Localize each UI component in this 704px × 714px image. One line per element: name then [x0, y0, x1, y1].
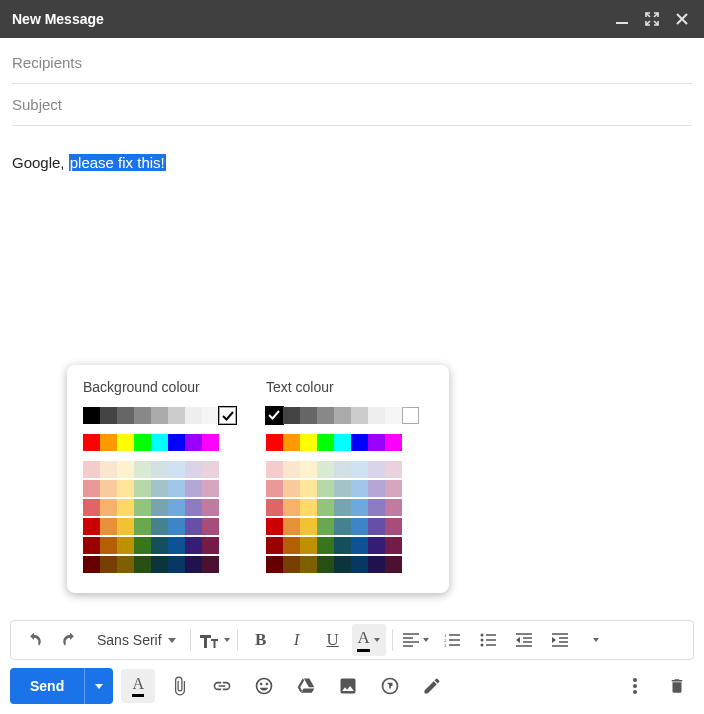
color-swatch[interactable]: [334, 518, 351, 535]
color-swatch[interactable]: [83, 537, 100, 554]
color-swatch[interactable]: [317, 407, 334, 424]
insert-link-button[interactable]: [205, 669, 239, 703]
color-swatch[interactable]: [266, 407, 283, 424]
color-swatch[interactable]: [368, 499, 385, 516]
color-swatch[interactable]: [266, 480, 283, 497]
align-button[interactable]: [399, 624, 433, 656]
color-swatch[interactable]: [283, 537, 300, 554]
color-swatch[interactable]: [134, 518, 151, 535]
color-swatch[interactable]: [334, 434, 351, 451]
color-swatch[interactable]: [151, 499, 168, 516]
insert-drive-button[interactable]: [289, 669, 323, 703]
color-swatch[interactable]: [185, 480, 202, 497]
color-swatch[interactable]: [168, 480, 185, 497]
color-swatch[interactable]: [385, 499, 402, 516]
formatting-options-button[interactable]: A: [121, 669, 155, 703]
color-swatch[interactable]: [117, 407, 134, 424]
color-swatch[interactable]: [185, 499, 202, 516]
color-swatch[interactable]: [168, 434, 185, 451]
color-swatch[interactable]: [185, 537, 202, 554]
color-swatch[interactable]: [283, 461, 300, 478]
color-swatch[interactable]: [334, 556, 351, 573]
color-swatch[interactable]: [317, 537, 334, 554]
color-swatch[interactable]: [202, 434, 219, 451]
text-color-button[interactable]: A: [352, 624, 386, 656]
color-swatch[interactable]: [351, 499, 368, 516]
color-swatch[interactable]: [266, 518, 283, 535]
color-swatch[interactable]: [368, 461, 385, 478]
color-swatch[interactable]: [317, 518, 334, 535]
color-swatch[interactable]: [83, 407, 100, 424]
color-swatch[interactable]: [100, 518, 117, 535]
color-swatch[interactable]: [334, 461, 351, 478]
color-swatch[interactable]: [317, 556, 334, 573]
color-swatch[interactable]: [134, 480, 151, 497]
color-swatch[interactable]: [151, 461, 168, 478]
color-swatch[interactable]: [185, 461, 202, 478]
compose-body[interactable]: Google, please fix this!: [0, 126, 704, 326]
color-swatch[interactable]: [368, 556, 385, 573]
color-swatch[interactable]: [185, 434, 202, 451]
send-button[interactable]: Send: [10, 668, 85, 704]
color-swatch[interactable]: [202, 518, 219, 535]
color-swatch[interactable]: [100, 499, 117, 516]
color-swatch[interactable]: [151, 480, 168, 497]
color-swatch[interactable]: [266, 434, 283, 451]
color-swatch[interactable]: [385, 518, 402, 535]
confidential-mode-button[interactable]: [373, 669, 407, 703]
color-swatch[interactable]: [117, 499, 134, 516]
color-swatch[interactable]: [283, 518, 300, 535]
color-swatch[interactable]: [300, 480, 317, 497]
color-swatch[interactable]: [351, 518, 368, 535]
color-swatch[interactable]: [266, 537, 283, 554]
color-swatch[interactable]: [83, 434, 100, 451]
color-swatch[interactable]: [202, 480, 219, 497]
color-swatch[interactable]: [385, 480, 402, 497]
color-swatch[interactable]: [117, 461, 134, 478]
color-swatch[interactable]: [351, 434, 368, 451]
color-swatch[interactable]: [100, 556, 117, 573]
indent-less-button[interactable]: [507, 624, 541, 656]
color-swatch[interactable]: [300, 537, 317, 554]
underline-button[interactable]: U: [316, 624, 350, 656]
color-swatch[interactable]: [385, 537, 402, 554]
color-swatch[interactable]: [368, 537, 385, 554]
minimize-button[interactable]: [612, 9, 632, 29]
color-swatch[interactable]: [368, 480, 385, 497]
color-swatch[interactable]: [402, 407, 419, 424]
color-swatch[interactable]: [385, 461, 402, 478]
insert-photo-button[interactable]: [331, 669, 365, 703]
color-swatch[interactable]: [117, 537, 134, 554]
color-swatch[interactable]: [168, 556, 185, 573]
color-swatch[interactable]: [351, 407, 368, 424]
color-swatch[interactable]: [266, 556, 283, 573]
color-swatch[interactable]: [83, 461, 100, 478]
color-swatch[interactable]: [134, 499, 151, 516]
color-swatch[interactable]: [351, 480, 368, 497]
color-swatch[interactable]: [283, 499, 300, 516]
color-swatch[interactable]: [317, 434, 334, 451]
color-swatch[interactable]: [351, 461, 368, 478]
color-swatch[interactable]: [317, 461, 334, 478]
color-swatch[interactable]: [100, 407, 117, 424]
close-button[interactable]: [672, 9, 692, 29]
color-swatch[interactable]: [151, 556, 168, 573]
insert-emoji-button[interactable]: [247, 669, 281, 703]
color-swatch[interactable]: [334, 537, 351, 554]
color-swatch[interactable]: [202, 556, 219, 573]
color-swatch[interactable]: [385, 556, 402, 573]
color-swatch[interactable]: [317, 499, 334, 516]
color-swatch[interactable]: [300, 518, 317, 535]
format-more-button[interactable]: [579, 624, 613, 656]
font-size-button[interactable]: [197, 624, 231, 656]
color-swatch[interactable]: [283, 556, 300, 573]
more-options-button[interactable]: [618, 669, 652, 703]
color-swatch[interactable]: [266, 499, 283, 516]
color-swatch[interactable]: [151, 518, 168, 535]
color-swatch[interactable]: [117, 480, 134, 497]
color-swatch[interactable]: [317, 480, 334, 497]
recipients-input[interactable]: Recipients: [12, 42, 692, 84]
color-swatch[interactable]: [83, 556, 100, 573]
color-swatch[interactable]: [202, 407, 219, 424]
color-swatch[interactable]: [168, 537, 185, 554]
